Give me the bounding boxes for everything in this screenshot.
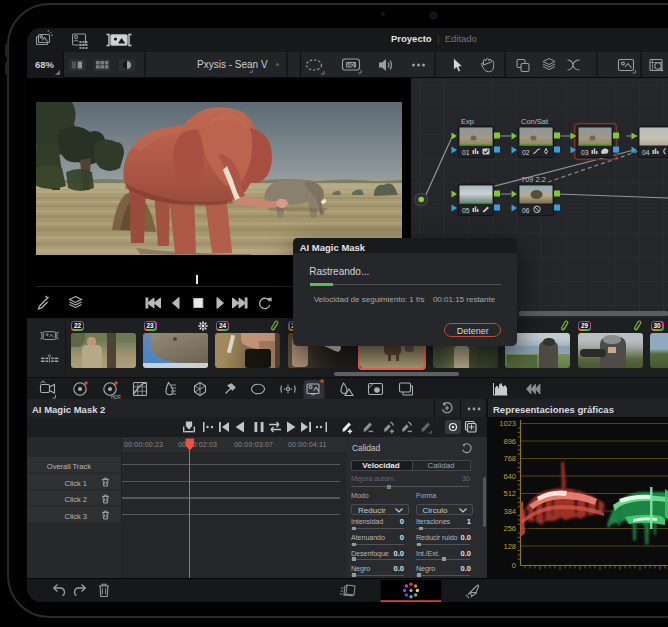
svg-text:02: 02 (522, 149, 530, 156)
svg-text:01: 01 (462, 149, 470, 156)
svg-text:896: 896 (503, 437, 516, 446)
svg-text:256: 256 (503, 524, 516, 533)
svg-text:0: 0 (512, 561, 516, 570)
svg-text:1023: 1023 (499, 419, 516, 428)
svg-text:768: 768 (503, 454, 516, 463)
svg-text:04: 04 (642, 149, 650, 156)
svg-text:640: 640 (503, 472, 516, 481)
svg-text:384: 384 (503, 507, 516, 516)
svg-text:05: 05 (462, 207, 470, 214)
svg-text:06: 06 (522, 207, 530, 214)
svg-text:512: 512 (503, 489, 516, 498)
svg-text:Con/Sat: Con/Sat (521, 117, 549, 126)
svg-text:Exp: Exp (461, 117, 474, 126)
svg-text:03: 03 (581, 149, 589, 156)
svg-text:128: 128 (503, 542, 516, 551)
svg-text:HQ: HQ (347, 63, 354, 68)
svg-text:709 2.2: 709 2.2 (521, 175, 546, 184)
